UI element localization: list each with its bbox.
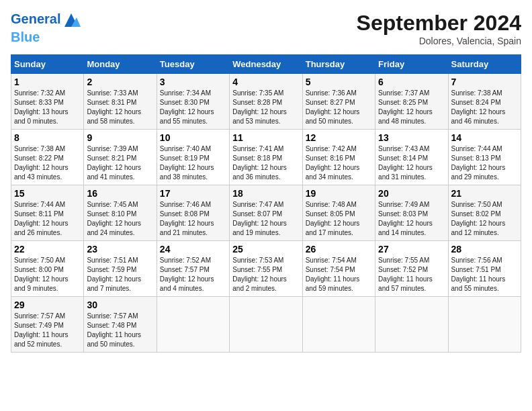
day-number: 7: [451, 77, 518, 87]
header-tuesday: Tuesday: [157, 55, 229, 74]
title-block: September 2024 Dolores, Valencia, Spain: [357, 11, 521, 46]
day-info: Sunrise: 7:45 AMSunset: 8:10 PMDaylight:…: [87, 200, 153, 238]
day-number: 1: [14, 77, 81, 87]
logo: General Blue: [11, 11, 81, 44]
day-number: 15: [14, 188, 81, 199]
day-info: Sunrise: 7:55 AMSunset: 7:52 PMDaylight:…: [378, 256, 445, 293]
day-info: Sunrise: 7:32 AMSunset: 8:33 PMDaylight:…: [14, 89, 81, 126]
calendar-cell: 22Sunrise: 7:50 AMSunset: 8:00 PMDayligh…: [11, 241, 84, 297]
calendar-cell: 21Sunrise: 7:50 AMSunset: 8:02 PMDayligh…: [448, 185, 521, 241]
day-number: 29: [14, 300, 81, 310]
day-number: 9: [87, 132, 153, 143]
day-number: 21: [451, 188, 518, 199]
calendar-cell: 12Sunrise: 7:42 AMSunset: 8:16 PMDayligh…: [302, 130, 375, 185]
calendar-cell: 11Sunrise: 7:41 AMSunset: 8:18 PMDayligh…: [230, 130, 302, 185]
day-number: 19: [306, 188, 372, 199]
calendar-cell: 23Sunrise: 7:51 AMSunset: 7:59 PMDayligh…: [84, 241, 157, 297]
day-info: Sunrise: 7:56 AMSunset: 7:51 PMDaylight:…: [451, 256, 518, 293]
day-number: 2: [87, 77, 153, 87]
calendar-cell: [230, 297, 302, 353]
calendar-cell: 27Sunrise: 7:55 AMSunset: 7:52 PMDayligh…: [375, 241, 448, 297]
calendar-cell: 9Sunrise: 7:39 AMSunset: 8:21 PMDaylight…: [84, 130, 157, 185]
day-info: Sunrise: 7:48 AMSunset: 8:05 PMDaylight:…: [306, 200, 372, 238]
calendar-cell: 15Sunrise: 7:44 AMSunset: 8:11 PMDayligh…: [11, 185, 84, 241]
day-info: Sunrise: 7:57 AMSunset: 7:49 PMDaylight:…: [14, 312, 81, 349]
day-info: Sunrise: 7:38 AMSunset: 8:24 PMDaylight:…: [451, 89, 518, 126]
day-number: 13: [378, 132, 445, 143]
day-info: Sunrise: 7:35 AMSunset: 8:28 PMDaylight:…: [232, 89, 299, 126]
calendar-cell: 8Sunrise: 7:38 AMSunset: 8:22 PMDaylight…: [11, 130, 84, 185]
calendar-cell: 1Sunrise: 7:32 AMSunset: 8:33 PMDaylight…: [11, 74, 84, 130]
calendar-cell: 24Sunrise: 7:52 AMSunset: 7:57 PMDayligh…: [157, 241, 229, 297]
calendar-cell: 4Sunrise: 7:35 AMSunset: 8:28 PMDaylight…: [230, 74, 302, 130]
day-number: 17: [160, 188, 226, 199]
day-info: Sunrise: 7:47 AMSunset: 8:07 PMDaylight:…: [232, 200, 299, 238]
header-sunday: Sunday: [11, 55, 84, 74]
calendar-cell: 16Sunrise: 7:45 AMSunset: 8:10 PMDayligh…: [84, 185, 157, 241]
month-year: September 2024: [357, 11, 521, 36]
day-number: 12: [306, 132, 372, 143]
calendar-header-row: SundayMondayTuesdayWednesdayThursdayFrid…: [11, 55, 521, 74]
calendar-table: SundayMondayTuesdayWednesdayThursdayFrid…: [11, 54, 521, 353]
day-info: Sunrise: 7:44 AMSunset: 8:11 PMDaylight:…: [14, 200, 81, 238]
header-friday: Friday: [375, 55, 448, 74]
calendar-cell: 5Sunrise: 7:36 AMSunset: 8:27 PMDaylight…: [302, 74, 375, 130]
day-number: 6: [378, 77, 445, 87]
day-number: 24: [160, 244, 226, 255]
day-info: Sunrise: 7:50 AMSunset: 8:02 PMDaylight:…: [451, 200, 518, 238]
day-info: Sunrise: 7:36 AMSunset: 8:27 PMDaylight:…: [306, 89, 372, 126]
calendar-cell: [302, 297, 375, 353]
day-info: Sunrise: 7:42 AMSunset: 8:16 PMDaylight:…: [306, 144, 372, 182]
calendar-cell: 29Sunrise: 7:57 AMSunset: 7:49 PMDayligh…: [11, 297, 84, 353]
day-number: 5: [306, 77, 372, 87]
day-number: 18: [232, 188, 299, 199]
calendar-cell: 6Sunrise: 7:37 AMSunset: 8:25 PMDaylight…: [375, 74, 448, 130]
calendar-cell: [375, 297, 448, 353]
calendar-cell: 28Sunrise: 7:56 AMSunset: 7:51 PMDayligh…: [448, 241, 521, 297]
calendar-cell: 7Sunrise: 7:38 AMSunset: 8:24 PMDaylight…: [448, 74, 521, 130]
header-thursday: Thursday: [302, 55, 375, 74]
calendar-cell: [157, 297, 229, 353]
calendar-cell: 30Sunrise: 7:57 AMSunset: 7:48 PMDayligh…: [84, 297, 157, 353]
day-number: 20: [378, 188, 445, 199]
day-info: Sunrise: 7:49 AMSunset: 8:03 PMDaylight:…: [378, 200, 445, 238]
calendar-cell: 25Sunrise: 7:53 AMSunset: 7:55 PMDayligh…: [230, 241, 302, 297]
day-number: 25: [232, 244, 299, 255]
day-info: Sunrise: 7:34 AMSunset: 8:30 PMDaylight:…: [160, 89, 226, 126]
page-header: General Blue September 2024 Dolores, Val…: [11, 11, 521, 46]
location: Dolores, Valencia, Spain: [357, 36, 521, 46]
day-info: Sunrise: 7:39 AMSunset: 8:21 PMDaylight:…: [87, 144, 153, 182]
day-number: 23: [87, 244, 153, 255]
day-info: Sunrise: 7:57 AMSunset: 7:48 PMDaylight:…: [87, 312, 153, 349]
calendar-week-2: 8Sunrise: 7:38 AMSunset: 8:22 PMDaylight…: [11, 130, 521, 185]
calendar-cell: 20Sunrise: 7:49 AMSunset: 8:03 PMDayligh…: [375, 185, 448, 241]
calendar-week-3: 15Sunrise: 7:44 AMSunset: 8:11 PMDayligh…: [11, 185, 521, 241]
day-info: Sunrise: 7:54 AMSunset: 7:54 PMDaylight:…: [306, 256, 372, 293]
day-info: Sunrise: 7:51 AMSunset: 7:59 PMDaylight:…: [87, 256, 153, 293]
day-number: 16: [87, 188, 153, 199]
day-number: 22: [14, 244, 81, 255]
day-info: Sunrise: 7:33 AMSunset: 8:31 PMDaylight:…: [87, 89, 153, 126]
header-saturday: Saturday: [448, 55, 521, 74]
calendar-week-5: 29Sunrise: 7:57 AMSunset: 7:49 PMDayligh…: [11, 297, 521, 353]
day-number: 30: [87, 300, 153, 310]
day-number: 27: [378, 244, 445, 255]
calendar-cell: 19Sunrise: 7:48 AMSunset: 8:05 PMDayligh…: [302, 185, 375, 241]
calendar-cell: [448, 297, 521, 353]
calendar-week-1: 1Sunrise: 7:32 AMSunset: 8:33 PMDaylight…: [11, 74, 521, 130]
day-number: 8: [14, 132, 81, 143]
day-info: Sunrise: 7:46 AMSunset: 8:08 PMDaylight:…: [160, 200, 226, 238]
calendar-cell: 2Sunrise: 7:33 AMSunset: 8:31 PMDaylight…: [84, 74, 157, 130]
day-info: Sunrise: 7:53 AMSunset: 7:55 PMDaylight:…: [232, 256, 299, 293]
day-info: Sunrise: 7:40 AMSunset: 8:19 PMDaylight:…: [160, 144, 226, 182]
day-info: Sunrise: 7:52 AMSunset: 7:57 PMDaylight:…: [160, 256, 226, 293]
day-number: 26: [306, 244, 372, 255]
day-number: 10: [160, 132, 226, 143]
logo-text: General Blue: [11, 11, 81, 44]
calendar-cell: 17Sunrise: 7:46 AMSunset: 8:08 PMDayligh…: [157, 185, 229, 241]
day-number: 11: [232, 132, 299, 143]
day-number: 14: [451, 132, 518, 143]
calendar-cell: 10Sunrise: 7:40 AMSunset: 8:19 PMDayligh…: [157, 130, 229, 185]
day-number: 4: [232, 77, 299, 87]
day-info: Sunrise: 7:43 AMSunset: 8:14 PMDaylight:…: [378, 144, 445, 182]
